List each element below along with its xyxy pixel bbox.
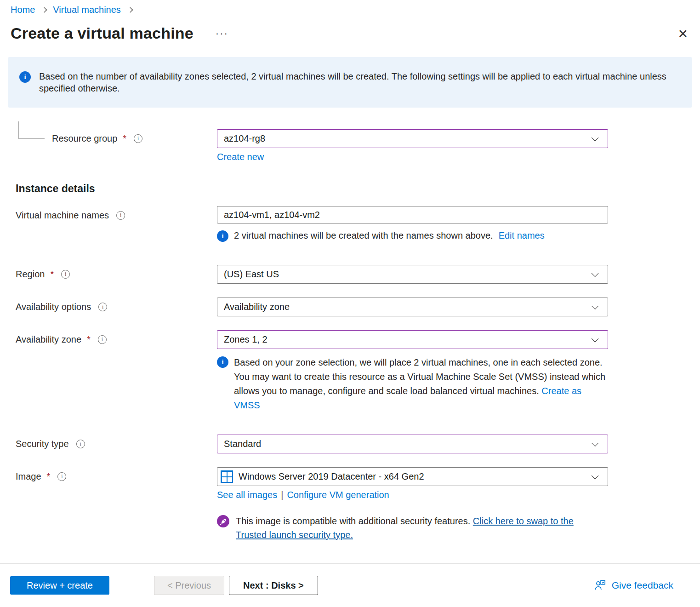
chevron-down-icon (592, 335, 599, 343)
info-banner-text: Based on the number of availability zone… (39, 70, 669, 94)
more-options-icon[interactable]: ··· (216, 28, 228, 40)
rocket-icon (217, 515, 229, 527)
info-icon[interactable]: i (116, 211, 125, 220)
chevron-down-icon (592, 440, 599, 447)
close-icon[interactable]: ✕ (677, 27, 688, 41)
availability-options-dropdown[interactable]: Availability zone (217, 298, 608, 316)
resource-group-value: az104-rg8 (224, 133, 592, 144)
image-note-text: This image is compatible with additional… (236, 516, 473, 526)
image-value: Windows Server 2019 Datacenter - x64 Gen… (239, 471, 592, 482)
info-filled-icon: i (217, 356, 228, 368)
previous-button[interactable]: < Previous (154, 576, 224, 595)
title-row: Create a virtual machine ··· (11, 24, 700, 42)
availability-zone-label: Availability zone (16, 334, 81, 345)
create-new-link[interactable]: Create new (217, 152, 264, 162)
vm-names-info: i 2 virtual machines will be created wit… (217, 229, 608, 242)
security-type-label: Security type (16, 439, 69, 449)
field-row-vm-names: Virtual machine names i i 2 virtual mach… (16, 206, 700, 242)
vm-names-input[interactable] (217, 206, 608, 223)
info-icon[interactable]: i (61, 270, 70, 279)
instance-details-heading: Instance details (16, 183, 700, 195)
field-row-resource-group: Resource group* i az104-rg8 Create new (16, 129, 700, 162)
security-type-value: Standard (224, 439, 592, 449)
image-security-note: This image is compatible with additional… (217, 514, 608, 542)
review-create-button[interactable]: Review + create (10, 576, 109, 595)
configure-vm-generation-link[interactable]: Configure VM generation (287, 490, 389, 500)
region-label: Region (16, 269, 45, 280)
breadcrumb-chevron-icon (127, 7, 133, 13)
field-row-region: Region* i (US) East US (16, 265, 700, 284)
image-links: See all images|Configure VM generation (217, 490, 608, 500)
links-separator: | (281, 490, 283, 500)
availability-options-value: Availability zone (224, 302, 592, 312)
info-icon[interactable]: i (98, 335, 107, 344)
edit-names-link[interactable]: Edit names (499, 230, 545, 241)
info-icon[interactable]: i (134, 134, 142, 143)
feedback-icon (594, 579, 606, 591)
required-marker: * (47, 471, 51, 482)
breadcrumb-chevron-icon (41, 7, 47, 13)
create-vm-page: Home Virtual machines Create a virtual m… (0, 0, 700, 607)
availability-zone-value: Zones 1, 2 (224, 334, 592, 345)
see-all-images-link[interactable]: See all images (217, 490, 277, 500)
give-feedback-link[interactable]: Give feedback (594, 579, 673, 591)
field-row-availability-zone: Availability zone* i Zones 1, 2 i Based … (16, 330, 700, 412)
give-feedback-label: Give feedback (612, 580, 673, 591)
chevron-down-icon (592, 303, 599, 310)
info-filled-icon: i (217, 230, 228, 242)
breadcrumb: Home Virtual machines (0, 0, 700, 15)
breadcrumb-link-virtual-machines[interactable]: Virtual machines (53, 5, 120, 15)
vm-names-label: Virtual machine names (16, 210, 109, 221)
tree-connector-line (18, 121, 45, 139)
chevron-down-icon (592, 134, 599, 142)
info-banner: i Based on the number of availability zo… (8, 57, 692, 108)
required-marker: * (123, 133, 126, 144)
info-icon[interactable]: i (57, 472, 66, 481)
basics-form: Resource group* i az104-rg8 Create new I… (16, 129, 700, 542)
page-title: Create a virtual machine (11, 24, 193, 42)
info-icon[interactable]: i (76, 440, 85, 448)
field-row-availability-options: Availability options i Availability zone (16, 298, 700, 316)
region-dropdown[interactable]: (US) East US (217, 265, 608, 284)
field-row-security-type: Security type i Standard (16, 435, 700, 453)
chevron-down-icon (592, 472, 599, 480)
wizard-footer: Review + create < Previous Next : Disks … (0, 563, 700, 607)
resource-group-label: Resource group (52, 133, 117, 144)
required-marker: * (50, 269, 54, 280)
windows-logo-icon (221, 470, 233, 483)
next-disks-button[interactable]: Next : Disks > (229, 576, 318, 595)
region-value: (US) East US (224, 269, 592, 280)
required-marker: * (87, 334, 91, 345)
security-type-dropdown[interactable]: Standard (217, 435, 608, 453)
availability-zone-dropdown[interactable]: Zones 1, 2 (217, 330, 608, 349)
chevron-down-icon (592, 270, 599, 277)
resource-group-dropdown[interactable]: az104-rg8 (217, 129, 608, 148)
breadcrumb-link-home[interactable]: Home (11, 5, 35, 15)
info-icon[interactable]: i (98, 303, 107, 311)
vm-names-info-text: 2 virtual machines will be created with … (234, 230, 493, 241)
image-label: Image (16, 471, 41, 482)
info-filled-icon: i (19, 71, 31, 83)
availability-zone-info: i Based on your zone selection, we will … (217, 355, 608, 412)
availability-options-label: Availability options (16, 302, 91, 312)
image-dropdown[interactable]: Windows Server 2019 Datacenter - x64 Gen… (217, 467, 608, 486)
field-row-image: Image* i Windows Server 2019 Datacenter … (16, 467, 700, 542)
